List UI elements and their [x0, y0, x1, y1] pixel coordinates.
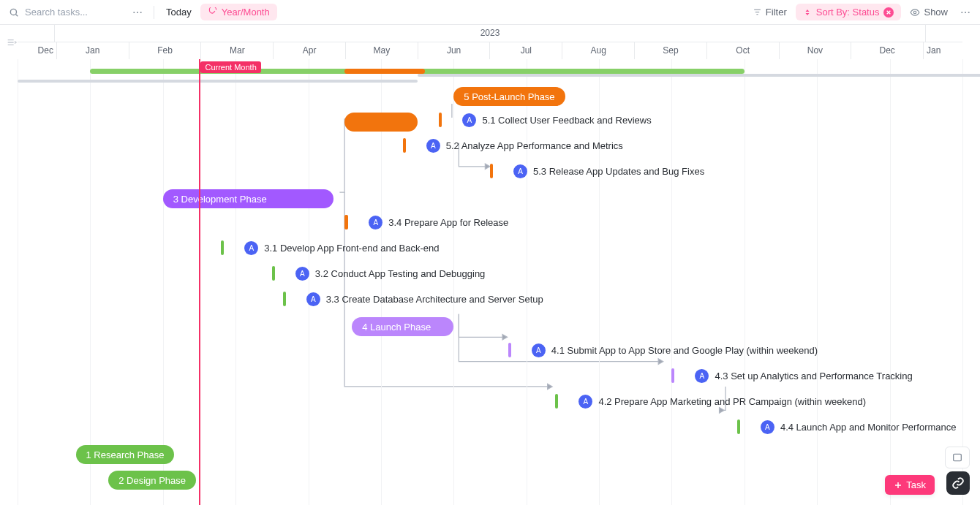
month-label: Dec — [851, 42, 923, 59]
avatar[interactable]: A — [761, 420, 774, 434]
task-status-mark — [671, 368, 674, 383]
svg-point-0 — [10, 9, 16, 15]
task-label: 5.1 Collect User Feedback and Reviews — [482, 115, 651, 126]
avatar[interactable]: A — [695, 369, 709, 383]
secondary-float-button[interactable] — [945, 447, 970, 468]
avatar[interactable]: A — [306, 292, 320, 306]
svg-point-5 — [961, 11, 962, 12]
month-label: Apr — [273, 42, 345, 59]
avatar[interactable]: A — [462, 113, 476, 127]
phase-bar[interactable]: 1 Research Phase — [76, 445, 175, 464]
avatar[interactable]: A — [244, 241, 258, 255]
search-input[interactable] — [23, 6, 121, 18]
search-box[interactable] — [6, 6, 124, 18]
task-status-mark — [344, 215, 348, 229]
month-bar: DecJanFebMarAprMayJunJulAugSepOctNovDecJ… — [18, 42, 962, 60]
search-icon — [9, 7, 19, 18]
task-label: 4.2 Prepare App Marketing and PR Campaig… — [598, 396, 866, 407]
show-button[interactable]: Show — [905, 4, 952, 20]
task-label: 5.3 Release App Updates and Bug Fixes — [533, 166, 704, 177]
year-bar: 2023 — [18, 24, 962, 42]
gridline — [745, 59, 745, 505]
task-label: 3.2 Conduct App Testing and Debugging — [315, 268, 486, 279]
sort-icon — [803, 8, 812, 17]
avatar[interactable]: A — [532, 343, 546, 357]
task-row[interactable]: A5.1 Collect User Feedback and Reviews — [439, 113, 651, 127]
sort-label: Sort By: Status — [816, 7, 880, 18]
task-label: 5.2 Analyze App Performance and Metrics — [446, 140, 623, 151]
today-button[interactable]: Today — [162, 4, 196, 20]
phase-bar[interactable]: 4 Launch Phase — [352, 317, 453, 336]
month-label: Jun — [418, 42, 490, 59]
task-row[interactable]: A3.1 Develop App Front-end and Back-end — [221, 240, 439, 255]
task-label: 3.4 Prepare App for Release — [388, 217, 508, 228]
avatar[interactable]: A — [426, 139, 440, 153]
year-label: 2023 — [54, 24, 926, 42]
timescale-label: Year/Month — [222, 7, 270, 18]
avatar[interactable]: A — [513, 164, 527, 178]
month-label: Aug — [562, 42, 634, 59]
sort-pill[interactable]: Sort By: Status — [796, 4, 902, 20]
task-status-mark — [555, 394, 558, 409]
task-row[interactable]: A4.2 Prepare App Marketing and PR Campai… — [555, 394, 866, 409]
svg-point-3 — [140, 11, 142, 12]
current-date-line — [199, 59, 200, 505]
task-status-mark — [272, 266, 275, 281]
filter-button[interactable]: Filter — [748, 4, 791, 20]
phase-bar[interactable]: 5 Post-Launch Phase — [453, 87, 565, 106]
task-row[interactable]: A4.4 Launch App and Monitor Performance — [737, 419, 957, 434]
gridline — [18, 59, 18, 505]
task-row[interactable]: A3.3 Create Database Architecture and Se… — [283, 292, 543, 306]
task-row[interactable]: A5.3 Release App Updates and Bug Fixes — [490, 164, 704, 178]
month-label: May — [345, 42, 418, 59]
task-row[interactable]: A3.4 Prepare App for Release — [344, 215, 508, 229]
task-bar[interactable] — [344, 113, 417, 132]
task-status-mark — [737, 419, 740, 434]
month-label: Jan — [923, 42, 962, 59]
timeline: 2023 DecJanFebMarAprMayJunJulAugSepOctNo… — [0, 24, 980, 505]
gridline — [90, 59, 91, 505]
filter-label: Filter — [766, 7, 787, 18]
svg-point-1 — [133, 11, 135, 12]
task-row[interactable]: A3.2 Conduct App Testing and Debugging — [272, 266, 486, 281]
month-label: Sep — [634, 42, 706, 59]
gantt-board[interactable]: Current Month5 Post-Launch Phase3 Develo… — [18, 59, 962, 505]
close-icon[interactable] — [883, 7, 894, 18]
month-label: Jul — [489, 42, 562, 59]
gridline — [890, 59, 891, 505]
timescale-selector[interactable]: Year/Month — [200, 4, 277, 20]
gridline — [163, 59, 164, 505]
task-row[interactable]: A4.1 Submit App to App Store and Google … — [508, 343, 818, 357]
avatar[interactable]: A — [578, 395, 592, 409]
task-row[interactable]: A5.2 Analyze App Performance and Metrics — [403, 138, 623, 153]
more-icon[interactable] — [957, 5, 974, 20]
toolbar: Today Year/Month Filter Sort By: Status — [0, 0, 980, 25]
month-label: Jan — [56, 42, 129, 59]
add-task-label: Task — [906, 479, 926, 490]
link-dependencies-button[interactable] — [946, 471, 970, 495]
group-summary-bar[interactable] — [344, 69, 424, 74]
summary-bar[interactable] — [418, 74, 980, 77]
phase-bar[interactable]: 2 Design Phase — [108, 471, 196, 490]
svg-point-2 — [137, 11, 138, 12]
task-label: 4.1 Submit App to App Store and Google P… — [551, 345, 818, 356]
gauge-icon — [208, 7, 218, 18]
task-label: 4.3 Set up Analytics and Performance Tra… — [715, 371, 912, 381]
month-label: Dec — [18, 42, 56, 59]
more-icon[interactable] — [129, 5, 146, 20]
month-label: Feb — [129, 42, 201, 59]
add-task-button[interactable]: Task — [885, 475, 935, 495]
avatar[interactable]: A — [295, 267, 309, 281]
show-label: Show — [924, 7, 948, 18]
gridline — [671, 59, 672, 505]
svg-point-4 — [914, 11, 917, 14]
phase-bar[interactable]: 3 Development Phase — [163, 189, 334, 208]
task-status-mark — [283, 292, 286, 306]
month-label: Mar — [200, 42, 273, 59]
summary-bar[interactable] — [18, 80, 418, 83]
svg-point-7 — [968, 11, 970, 12]
task-status-mark — [490, 164, 493, 178]
task-row[interactable]: A4.3 Set up Analytics and Performance Tr… — [671, 368, 912, 383]
avatar[interactable]: A — [369, 216, 382, 229]
task-status-mark — [508, 343, 511, 357]
